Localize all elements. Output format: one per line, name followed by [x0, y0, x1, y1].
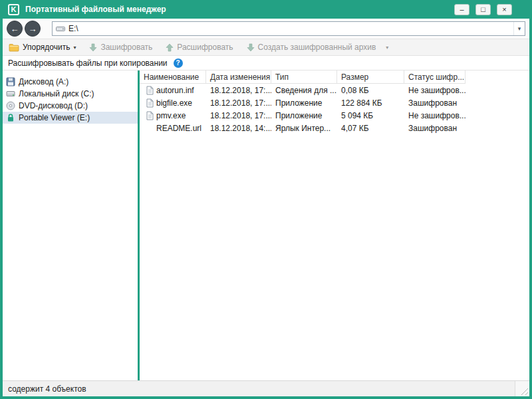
- title-bar: K Портативный файловый менеджер – □ ×: [3, 0, 529, 19]
- file-size: 4,07 КБ: [337, 122, 404, 134]
- lock-icon: [6, 113, 15, 122]
- create-archive-button[interactable]: Создать зашифрованный архив ▾: [245, 43, 390, 52]
- decrypt-on-copy-label[interactable]: Расшифровывать файлы при копировании: [8, 59, 168, 68]
- file-type: Приложение: [271, 109, 337, 122]
- file-status: Не зашифров...: [404, 84, 466, 96]
- app-window: K Портативный файловый менеджер – □ × ← …: [0, 0, 532, 399]
- file-date: 18.12.2018, 17:...: [206, 84, 271, 96]
- help-icon[interactable]: ?: [174, 59, 183, 68]
- file-name: autorun.inf: [156, 86, 194, 95]
- file-name: README.url: [156, 124, 201, 133]
- archive-caret-icon: ▾: [386, 45, 388, 51]
- column-header[interactable]: Наименование: [140, 70, 206, 84]
- organize-caret-icon: ▾: [73, 45, 76, 51]
- file-icon: [146, 111, 154, 120]
- file-name: bigfile.exe: [156, 98, 192, 108]
- harddisk-icon: [6, 89, 15, 98]
- sidebar-item[interactable]: Локальный диск (C:): [3, 88, 138, 100]
- status-text: содержит 4 объектов: [8, 384, 86, 394]
- sidebar-item-label: Локальный диск (C:): [19, 89, 94, 98]
- column-header[interactable]: Статус шифр...: [404, 70, 466, 84]
- decrypt-button[interactable]: Расшифровать: [164, 43, 234, 52]
- file-name-cell: autorun.inf: [140, 84, 206, 96]
- file-row-filler: [466, 96, 529, 109]
- file-icon: [146, 86, 154, 95]
- create-archive-label: Создать зашифрованный архив: [258, 43, 376, 52]
- toolbar: Упорядочить ▾ Зашифровать Расшифровать С…: [3, 39, 529, 56]
- folder-icon: [9, 43, 19, 52]
- status-bar: содержит 4 объектов: [3, 380, 529, 396]
- file-row[interactable]: README.url18.12.2018, 14:...Ярлык Интер.…: [140, 122, 529, 134]
- file-icon: [146, 98, 154, 108]
- drive-icon: [56, 25, 65, 33]
- file-list: НаименованиеДата измененияТипРазмерСтату…: [140, 70, 529, 380]
- file-row[interactable]: pmv.exe18.12.2018, 17:...Приложение5 094…: [140, 109, 529, 122]
- sidebar-item-label: DVD-дисковод (D:): [19, 101, 88, 110]
- file-row[interactable]: bigfile.exe18.12.2018, 17:...Приложение1…: [140, 96, 529, 109]
- file-date: 18.12.2018, 17:...: [206, 109, 271, 122]
- file-status: Зашифрован: [404, 122, 466, 134]
- floppy-icon: [6, 77, 15, 86]
- close-button[interactable]: ×: [497, 4, 512, 15]
- file-status: Не зашифров...: [404, 109, 466, 122]
- encrypt-button[interactable]: Зашифровать: [88, 43, 154, 52]
- sidebar-item[interactable]: DVD-дисковод (D:): [3, 100, 138, 112]
- column-header[interactable]: Размер: [337, 70, 404, 84]
- file-name: pmv.exe: [156, 111, 186, 120]
- file-status: Зашифрован: [404, 96, 466, 109]
- maximize-button[interactable]: □: [475, 4, 491, 15]
- sidebar-item[interactable]: Portable Viewer (E:): [3, 112, 138, 124]
- encrypt-arrow-icon: [89, 43, 97, 52]
- window-controls: – □ ×: [454, 4, 512, 15]
- grip-icon: [519, 386, 528, 395]
- file-date: 18.12.2018, 14:...: [206, 122, 271, 134]
- encrypt-label: Зашифровать: [100, 43, 152, 52]
- file-size: 122 884 КБ: [337, 96, 404, 109]
- archive-arrow-icon: [247, 43, 255, 52]
- resize-grip[interactable]: [515, 381, 529, 396]
- file-name-cell: pmv.exe: [140, 109, 206, 122]
- kaspersky-logo-icon: K: [8, 4, 19, 15]
- address-bar[interactable]: E:\ ▾: [52, 21, 525, 36]
- column-header-filler: [466, 70, 529, 84]
- organize-button[interactable]: Упорядочить ▾: [7, 43, 77, 52]
- organize-label: Упорядочить: [23, 43, 70, 52]
- file-row-filler: [466, 84, 529, 96]
- window-title: Портативный файловый менеджер: [25, 5, 166, 14]
- navigation-bar: ← → E:\ ▾: [3, 19, 529, 39]
- column-header[interactable]: Дата изменения: [206, 70, 271, 84]
- file-date: 18.12.2018, 17:...: [206, 96, 271, 109]
- file-size: 5 094 КБ: [337, 109, 404, 122]
- file-size: 0,08 КБ: [337, 84, 404, 96]
- decrypt-label: Расшифровать: [177, 43, 233, 52]
- address-dropdown-icon[interactable]: ▾: [513, 22, 525, 35]
- sidebar-item-label: Portable Viewer (E:): [19, 113, 90, 122]
- forward-button[interactable]: →: [25, 21, 41, 37]
- option-bar: Расшифровывать файлы при копировании ?: [3, 56, 529, 70]
- file-row[interactable]: autorun.inf18.12.2018, 17:...Сведения дл…: [140, 84, 529, 96]
- file-type: Сведения для ...: [271, 84, 337, 96]
- back-button[interactable]: ←: [7, 21, 23, 37]
- file-type: Ярлык Интер...: [271, 122, 337, 134]
- file-name-cell: README.url: [140, 122, 206, 134]
- file-row-filler: [466, 122, 529, 134]
- column-header[interactable]: Тип: [271, 70, 337, 84]
- filelist-header: НаименованиеДата измененияТипРазмерСтату…: [140, 70, 529, 84]
- main-area: Дисковод (A:)Локальный диск (C:)DVD-диск…: [3, 70, 529, 380]
- blank-icon: [146, 124, 154, 133]
- address-text: E:\: [68, 24, 78, 33]
- sidebar-item-label: Дисковод (A:): [19, 77, 68, 86]
- filelist-body: autorun.inf18.12.2018, 17:...Сведения дл…: [140, 84, 529, 134]
- dvd-icon: [6, 101, 15, 110]
- file-name-cell: bigfile.exe: [140, 96, 206, 109]
- sidebar-item[interactable]: Дисковод (A:): [3, 76, 138, 88]
- file-row-filler: [466, 109, 529, 122]
- file-type: Приложение: [271, 96, 337, 109]
- minimize-button[interactable]: –: [454, 4, 469, 15]
- decrypt-arrow-icon: [166, 43, 174, 52]
- drive-list: Дисковод (A:)Локальный диск (C:)DVD-диск…: [3, 70, 138, 380]
